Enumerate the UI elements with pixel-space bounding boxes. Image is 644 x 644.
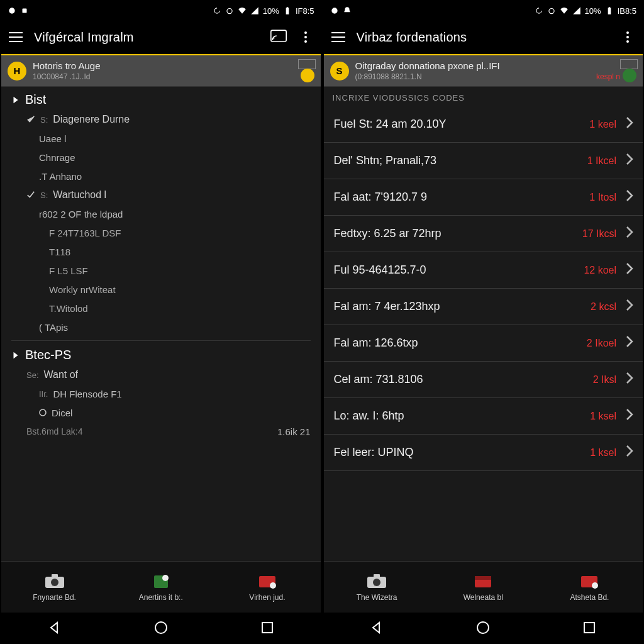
code-row[interactable]: Fedtxy: 6.25 ar 72hrp17 Ikcsl (324, 216, 643, 252)
app-title: Vifgércal Imgralm (34, 30, 259, 45)
banner-chip-icon[interactable] (623, 69, 636, 82)
tree-item[interactable]: S: Diagenere Durne (1, 110, 321, 129)
svg-point-22 (373, 579, 380, 586)
wifi-icon (560, 6, 569, 15)
code-label: Lo: aw. I: 6htp (334, 409, 573, 423)
home-button[interactable] (472, 616, 494, 639)
signal-icon (572, 6, 581, 15)
code-row[interactable]: Fal aat: 7'9120.7 91 Itosl (324, 179, 643, 216)
code-badge: 1 keel (579, 119, 616, 130)
svg-rect-4 (287, 7, 288, 8)
code-label: Fal aat: 7'9120.7 9 (334, 191, 573, 204)
tree-item[interactable]: r602 2 OF the ldpad (1, 204, 321, 223)
tree-group-label: Bist (25, 92, 46, 107)
tree-item[interactable]: T.Witolod (1, 299, 321, 318)
cast-icon[interactable] (270, 30, 287, 45)
tree-item[interactable]: ( TApis (1, 318, 321, 336)
back-button[interactable] (43, 616, 66, 639)
info-banner[interactable]: S Oitgraday donnationa pxone pl..IFI (0:… (324, 54, 643, 87)
chevron-right-icon (623, 299, 636, 314)
sync-icon (213, 6, 221, 15)
tree-group[interactable]: Bist (1, 89, 321, 110)
banner-chip-icon[interactable] (301, 69, 314, 82)
tree-view[interactable]: Bist S: Diagenere Durne Uaee l Chnrage .… (1, 87, 321, 561)
system-nav-bar (1, 613, 321, 643)
code-row[interactable]: Lo: aw. I: 6htp1 ksel (324, 398, 643, 435)
svg-rect-15 (262, 623, 272, 633)
tree-item[interactable]: Uaee l (1, 129, 321, 148)
action-camera[interactable]: The Wizetra (324, 562, 430, 613)
code-row[interactable]: Cel am: 731.81062 Iksl (324, 362, 643, 398)
code-list[interactable]: Fuel St: 24 am 20.10Y1 keelDel' Shtn; Pr… (324, 106, 643, 561)
banner-thumb (620, 59, 638, 69)
folder-icon (150, 573, 172, 589)
camera-icon (366, 573, 387, 589)
banner-title: Oitgraday donnationa pxone pl..IFI (355, 60, 637, 71)
svg-rect-5 (270, 30, 286, 42)
overflow-menu-icon[interactable] (620, 31, 635, 43)
system-nav-bar (324, 613, 643, 643)
code-badge: 2 kcsl (579, 301, 616, 313)
code-row[interactable]: Fal am: 126.6txp2 Ikoel (324, 325, 643, 362)
recents-button[interactable] (256, 616, 279, 639)
chevron-right-icon (623, 116, 636, 132)
banner-badge-icon: S (330, 62, 349, 80)
svg-point-11 (162, 575, 169, 581)
notification-icon (8, 6, 16, 15)
status-bar: 10% IB8:5 (324, 1, 643, 20)
action-middle[interactable]: Welneata bl (430, 562, 536, 613)
svg-rect-18 (608, 8, 611, 14)
tree-item[interactable]: F L5 LSF (1, 261, 321, 280)
clock: IF8:5 (296, 6, 314, 16)
alarm-icon (547, 6, 556, 15)
info-banner[interactable]: H Hotoris tro Auge 10C00847 .1J..Id (1, 54, 321, 87)
code-row[interactable]: Fuel St: 24 am 20.10Y1 keel (324, 106, 643, 143)
banner-badge-icon: H (8, 62, 26, 80)
battery-pct: 10% (585, 6, 601, 16)
tree-item[interactable]: IIr. DH Flensode F1 (1, 384, 321, 403)
tree-item[interactable]: T118 (1, 242, 321, 261)
menu-icon[interactable] (331, 32, 345, 42)
banner-title: Hotoris tro Auge (33, 60, 314, 71)
tree-item[interactable]: Dicel (1, 403, 321, 422)
card-icon (472, 573, 494, 589)
action-right[interactable]: Virhen jud. (214, 562, 320, 613)
action-label: Fnynarte Bd. (33, 593, 76, 602)
svg-rect-8 (52, 574, 58, 578)
code-label: Fal am: 7 4er.123hxp (334, 300, 573, 313)
code-label: Del' Shtn; Pranali,73 (334, 154, 573, 167)
tree-item[interactable]: .T Anhano (1, 167, 321, 186)
code-row[interactable]: Fel leer: UPINQ1 ksel (324, 435, 643, 471)
code-badge: 1 Ikcel (579, 155, 616, 167)
tree-item[interactable]: Se: Want of (1, 365, 321, 384)
tree-item[interactable]: Workly nrWiteat (1, 280, 321, 299)
recents-button[interactable] (578, 616, 601, 639)
tree-group[interactable]: Btec-PS (1, 345, 321, 365)
svg-rect-21 (374, 574, 380, 578)
battery-pct: 10% (263, 6, 279, 16)
svg-point-17 (549, 9, 554, 14)
svg-rect-19 (608, 7, 609, 8)
code-row[interactable]: Fal am: 7 4er.123hxp2 kcsl (324, 289, 643, 325)
bottom-action-bar: The Wizetra Welneata bl Atsheta Bd. (324, 561, 643, 613)
menu-icon[interactable] (9, 32, 23, 42)
tree-item-prefix: IIr. (39, 389, 48, 399)
home-button[interactable] (150, 616, 172, 639)
overflow-menu-icon[interactable] (298, 31, 313, 43)
chevron-right-icon (623, 153, 636, 169)
code-row[interactable]: Ful 95-464125.7-012 koel (324, 252, 643, 289)
action-camera[interactable]: Fnynarte Bd. (1, 562, 108, 613)
action-label: Virhen jud. (249, 593, 285, 602)
back-button[interactable] (365, 616, 388, 639)
tree-item[interactable]: F 24T7163L DSF (1, 223, 321, 242)
code-row[interactable]: Del' Shtn; Pranali,731 Ikcel (324, 143, 643, 179)
code-badge: 2 Iksl (579, 374, 616, 386)
tree-item[interactable]: Chnrage (1, 148, 321, 167)
action-middle[interactable]: Anertins it b:. (108, 562, 214, 613)
action-right[interactable]: Atsheta Bd. (536, 562, 643, 613)
tree-item[interactable]: S: Wartuchod l (1, 186, 321, 204)
banner-thumb (298, 59, 316, 69)
svg-point-13 (270, 582, 276, 589)
code-badge: 2 Ikoel (579, 338, 616, 349)
action-label: Welneata bl (464, 593, 503, 602)
